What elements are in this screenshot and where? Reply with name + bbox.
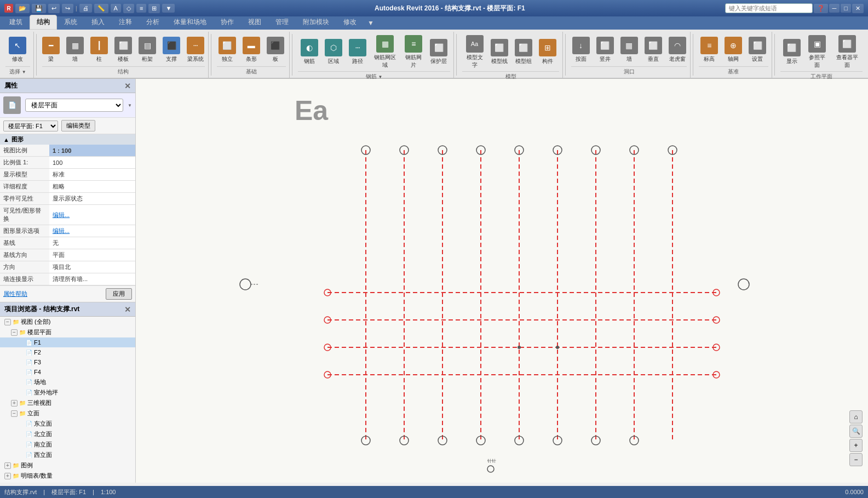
tree-item-south[interactable]: 📄 南立面 <box>0 439 135 450</box>
type-dropdown[interactable]: 楼层平面 <box>25 99 123 112</box>
isolated-foundation-button[interactable]: ⬜ 独立 <box>216 35 239 65</box>
tree-item-sheets[interactable]: + 📁 图纸 (全部) <box>0 481 135 483</box>
graphics-section-header[interactable]: ▲ 图形 <box>0 134 135 145</box>
tab-插入[interactable]: 插入 <box>84 15 112 30</box>
mesh-sheet-button[interactable]: ≡ 钢筋网片 <box>401 33 426 71</box>
brace-button[interactable]: ⬛ 支撑 <box>160 35 183 65</box>
model-group-button[interactable]: ⬜ 模型组 <box>512 37 535 67</box>
view-zoom-button[interactable]: 🔍 <box>849 425 863 438</box>
tree-item-east[interactable]: 📄 东立面 <box>0 419 135 429</box>
toggle-elevation[interactable]: − <box>11 410 18 417</box>
tree-item-legend[interactable]: + 📁 图例 <box>0 460 135 471</box>
reference-plane-button[interactable]: ▣ 参照平面 <box>804 33 831 71</box>
tab-视图[interactable]: 视图 <box>241 15 268 30</box>
project-browser-close-button[interactable]: ✕ <box>124 305 131 314</box>
truss-button[interactable]: ▤ 桁架 <box>136 35 159 65</box>
tab-协作[interactable]: 协作 <box>214 15 241 30</box>
grid-button-datum[interactable]: ⊕ 轴网 <box>722 35 745 65</box>
tab-dropdown[interactable]: ▼ <box>364 16 378 30</box>
tree-item-outdoor[interactable]: 📄 室外地坪 <box>0 387 135 398</box>
properties-close-button[interactable]: ✕ <box>124 82 131 90</box>
shape-button[interactable]: ◇ <box>123 4 134 13</box>
prop-val-vg[interactable]: 编辑... <box>49 205 135 225</box>
view-zoom-in-button[interactable]: + <box>849 439 863 452</box>
cover-button[interactable]: ⬜ 保护层 <box>427 37 450 67</box>
toggle-floor-plans[interactable]: − <box>11 329 18 336</box>
redo-button[interactable]: ↪ <box>62 4 73 13</box>
beam-system-button[interactable]: ┄ 梁系统 <box>184 35 207 65</box>
tree-item-elevation[interactable]: − 📁 立面 <box>0 408 135 419</box>
print-button[interactable]: 🖨 <box>79 4 92 13</box>
settings-button[interactable]: A <box>111 4 121 13</box>
open-button[interactable]: 📂 <box>15 4 30 13</box>
model-text-button[interactable]: Aa 模型文字 <box>462 33 486 71</box>
tree-item-3d[interactable]: + 📁 三维视图 <box>0 398 135 408</box>
save-button[interactable]: 💾 <box>32 4 46 13</box>
floor-button[interactable]: ⬜ 楼板 <box>112 35 135 65</box>
viewer-button[interactable]: ⬜ 查看器平面 <box>831 33 863 71</box>
wall-opening-button[interactable]: ▦ 墙 <box>618 35 641 65</box>
toggle-3d[interactable]: + <box>11 400 18 407</box>
modify-button[interactable]: ↖ 修改 <box>4 35 31 65</box>
tree-item-schedules[interactable]: + 📁 明细表/数量 <box>0 471 135 481</box>
tree-item-north[interactable]: 📄 北立面 <box>0 429 135 439</box>
shaft-button[interactable]: ⬜ 竖井 <box>594 35 617 65</box>
slab-foundation-button[interactable]: ⬛ 板 <box>264 35 287 65</box>
tree-item-west[interactable]: 📄 西立面 <box>0 450 135 460</box>
help-button[interactable]: ❓ <box>814 4 828 13</box>
strip-foundation-button[interactable]: ▬ 条形 <box>240 35 263 65</box>
wall-button[interactable]: ▦ 墙 <box>64 35 87 65</box>
tree-item-F3[interactable]: 📄 F3 <box>0 357 135 367</box>
tree-item-site[interactable]: 📄 场地 <box>0 377 135 387</box>
view-dropdown[interactable]: 楼层平面: F1 <box>3 121 58 131</box>
toggle-views[interactable]: − <box>4 319 11 325</box>
tree-item-floor-plans[interactable]: − 📁 楼层平面 <box>0 327 135 337</box>
window-minimize[interactable]: ─ <box>829 4 840 13</box>
tab-建筑[interactable]: 建筑 <box>2 15 30 30</box>
face-opening-button[interactable]: ↓ 按面 <box>570 35 593 65</box>
model-line-button[interactable]: ⬜ 模型线 <box>488 37 511 67</box>
tab-分析[interactable]: 分析 <box>139 15 166 30</box>
tree-item-views[interactable]: − 📁 视图 (全部) <box>0 317 135 327</box>
rebar-button[interactable]: ◐ 钢筋 <box>298 37 321 67</box>
window-close[interactable]: ✕ <box>852 4 864 13</box>
measure-button[interactable]: 📏 <box>94 4 108 13</box>
tab-系统[interactable]: 系统 <box>57 15 84 30</box>
show-workplane-button[interactable]: ⬜ 显示 <box>780 37 803 67</box>
dormer-button[interactable]: ◠ 老虎窗 <box>666 35 689 65</box>
tab-管理[interactable]: 管理 <box>268 15 296 30</box>
mesh-area-button[interactable]: ▦ 钢筋网区域 <box>370 33 400 71</box>
tab-结构[interactable]: 结构 <box>30 15 57 30</box>
undo-button[interactable]: ↩ <box>48 4 60 13</box>
area-rebar-button[interactable]: ⬡ 区域 <box>322 37 345 67</box>
tab-注释[interactable]: 注释 <box>112 15 139 30</box>
properties-help-link[interactable]: 属性帮助 <box>3 290 27 298</box>
tree-item-F4[interactable]: 📄 F4 <box>0 367 135 377</box>
tree-item-F1[interactable]: 📄 F1 <box>0 337 135 347</box>
prop-val-scale[interactable]: 1 : 100 <box>49 145 135 157</box>
tab-修改[interactable]: 修改 <box>336 15 364 30</box>
component-button[interactable]: ⊞ 构件 <box>536 37 559 67</box>
drawing-area[interactable]: Ea <box>136 79 868 483</box>
properties-apply-button[interactable]: 应用 <box>106 288 132 300</box>
toggle-schedules[interactable]: + <box>4 473 11 479</box>
window-maximize[interactable]: □ <box>841 4 851 13</box>
path-rebar-button[interactable]: ┄ 路径 <box>346 37 369 67</box>
view-home-button[interactable]: ⌂ <box>849 410 863 423</box>
prop-val-gdo[interactable]: 编辑... <box>49 225 135 237</box>
level-button[interactable]: ≡ 标高 <box>698 35 721 65</box>
annotation-button[interactable]: ≡ <box>136 4 146 13</box>
tab-体量和场地[interactable]: 体量和场地 <box>166 15 214 30</box>
setup-button[interactable]: ⬜ 设置 <box>746 35 769 65</box>
tree-item-F2[interactable]: 📄 F2 <box>0 347 135 357</box>
beam-button[interactable]: ━ 梁 <box>39 35 62 65</box>
more-button[interactable]: ▼ <box>162 4 175 13</box>
search-input[interactable] <box>725 3 813 13</box>
toggle-legend[interactable]: + <box>4 462 11 469</box>
vertical-opening-button[interactable]: ⬜ 垂直 <box>642 35 665 65</box>
edit-type-button[interactable]: 编辑类型 <box>61 120 95 131</box>
view-zoom-out-button[interactable]: − <box>849 453 863 466</box>
tab-附加模块[interactable]: 附加模块 <box>296 15 336 30</box>
column-button[interactable]: ┃ 柱 <box>88 35 111 65</box>
grid-button[interactable]: ⊞ <box>148 4 160 13</box>
